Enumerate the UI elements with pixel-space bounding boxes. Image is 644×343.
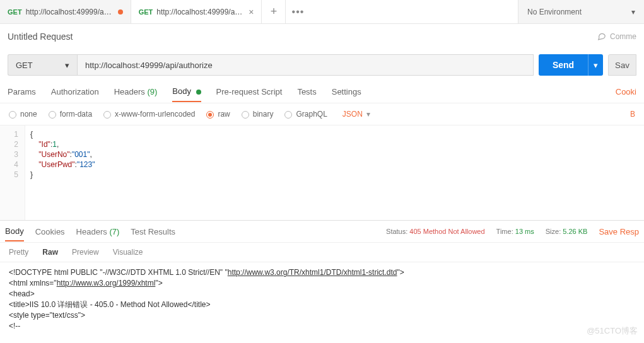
tab-overflow-button[interactable]: ••• [286, 0, 310, 23]
response-view-tabs: Pretty Raw Preview Visualize [0, 243, 644, 262]
tab-bar: GET http://localhost:49999/api/sysu... G… [0, 0, 518, 23]
radio-on-icon [206, 111, 214, 119]
raw-language-select[interactable]: JSON▾ [342, 110, 370, 119]
body-active-dot-icon [196, 90, 201, 95]
response-tabs: Body Cookies Headers (7) Test Results St… [0, 220, 644, 243]
request-name[interactable]: Untitled Request [8, 32, 73, 42]
method-select[interactable]: GET ▾ [8, 54, 77, 76]
send-button[interactable]: Send [539, 54, 588, 76]
response-status: Status: 405 Method Not Allowed [386, 228, 485, 235]
close-icon[interactable]: × [249, 8, 254, 16]
chevron-down-icon: ▾ [366, 110, 370, 119]
body-none[interactable]: none [9, 110, 37, 119]
resp-line: <!DOCTYPE html PUBLIC "-//W3C//DTD XHTML… [9, 267, 635, 278]
comments-label: Comme [610, 32, 636, 41]
body-graphql[interactable]: GraphQL [284, 110, 327, 119]
tab-title: http://localhost:49999/api/aut... [156, 8, 245, 16]
response-size: Size: 5.26 KB [546, 228, 588, 235]
tab-authorization[interactable]: Authorization [51, 82, 99, 102]
beautify-button[interactable]: B [630, 110, 635, 119]
environment-select[interactable]: No Environment ▾ [518, 0, 644, 23]
tab-prerequest[interactable]: Pre-request Script [216, 82, 283, 102]
response-tab-headers[interactable]: Headers (7) [76, 223, 120, 241]
comment-icon [597, 32, 606, 42]
body-binary[interactable]: binary [242, 110, 274, 119]
tab-body[interactable]: Body [172, 81, 201, 102]
watermark: @51CTO博客 [587, 325, 638, 337]
tab-params[interactable]: Params [8, 82, 36, 102]
tab-method: GET [8, 8, 22, 16]
resp-line: <title>IIS 10.0 详细错误 - 405.0 - Method No… [9, 299, 635, 310]
dtd-link[interactable]: http://www.w3.org/TR/xhtml1/DTD/xhtml1-s… [228, 268, 397, 277]
body-xwww[interactable]: x-www-form-urlencoded [103, 110, 195, 119]
view-visualize[interactable]: Visualize [113, 248, 143, 257]
view-raw[interactable]: Raw [42, 248, 58, 257]
view-preview[interactable]: Preview [72, 248, 99, 257]
resp-line: <!-- [9, 321, 635, 332]
tab-settings[interactable]: Settings [332, 82, 361, 102]
resp-line: <html xmlns="http://www.w3.org/1999/xhtm… [9, 278, 635, 289]
radio-icon [9, 111, 16, 119]
tab-method: GET [139, 8, 153, 16]
view-pretty[interactable]: Pretty [9, 248, 28, 257]
radio-icon [49, 111, 56, 119]
save-response-button[interactable]: Save Resp [599, 227, 639, 236]
response-tab-body[interactable]: Body [5, 222, 24, 241]
request-tab-2[interactable]: GET http://localhost:49999/api/aut... × [131, 0, 262, 23]
code-line: "UserPwd":"123" [30, 160, 95, 170]
url-row: GET ▾ Send ▾ Sav [0, 49, 644, 81]
response-tab-tests[interactable]: Test Results [131, 223, 175, 241]
resp-line: <style type="text/css"> [9, 310, 635, 321]
chevron-down-icon: ▾ [65, 61, 69, 70]
tab-body-label: Body [172, 86, 191, 96]
code-line: "Id":1, [30, 139, 95, 149]
top-row: GET http://localhost:49999/api/sysu... G… [0, 0, 644, 24]
response-body[interactable]: <!DOCTYPE html PUBLIC "-//W3C//DTD XHTML… [0, 262, 644, 337]
radio-icon [103, 111, 111, 119]
send-dropdown-button[interactable]: ▾ [588, 54, 603, 76]
body-formdata[interactable]: form-data [49, 110, 92, 119]
body-raw[interactable]: raw [206, 110, 230, 119]
xmlns-link[interactable]: http://www.w3.org/1999/xhtml [57, 279, 156, 288]
unsaved-dot-icon [118, 9, 123, 15]
headers-count: (9) [147, 87, 157, 96]
add-tab-button[interactable]: + [262, 0, 286, 23]
request-tab-1[interactable]: GET http://localhost:49999/api/sysu... [0, 0, 131, 23]
method-value: GET [16, 61, 33, 70]
radio-icon [284, 111, 292, 119]
request-tabs: Params Authorization Headers (9) Body Pr… [0, 81, 644, 103]
resp-line: <head> [9, 289, 635, 299]
code-line: { [30, 129, 95, 139]
body-type-row: none form-data x-www-form-urlencoded raw… [0, 103, 644, 125]
cookies-link[interactable]: Cooki [616, 87, 636, 96]
code-line: } [30, 170, 95, 180]
tab-tests[interactable]: Tests [297, 82, 316, 102]
url-input[interactable] [77, 54, 534, 76]
tab-headers[interactable]: Headers (9) [114, 82, 158, 102]
save-button[interactable]: Sav [608, 54, 636, 76]
tab-headers-label: Headers [114, 87, 145, 96]
tab-title: http://localhost:49999/api/sysu... [26, 8, 114, 16]
response-time: Time: 13 ms [496, 228, 534, 235]
editor-content[interactable]: { "Id":1, "UserNo":"001", "UserPwd":"123… [25, 125, 100, 220]
editor-gutter: 1 2 3 4 5 [0, 125, 25, 220]
environment-label: No Environment [527, 8, 582, 16]
body-editor[interactable]: 1 2 3 4 5 { "Id":1, "UserNo":"001", "Use… [0, 125, 644, 220]
request-name-row: Untitled Request Comme [0, 24, 644, 49]
radio-icon [242, 111, 249, 119]
comments-button[interactable]: Comme [597, 32, 636, 42]
response-tab-cookies[interactable]: Cookies [35, 223, 65, 241]
chevron-down-icon: ▾ [631, 8, 635, 16]
code-line: "UserNo":"001", [30, 149, 95, 160]
